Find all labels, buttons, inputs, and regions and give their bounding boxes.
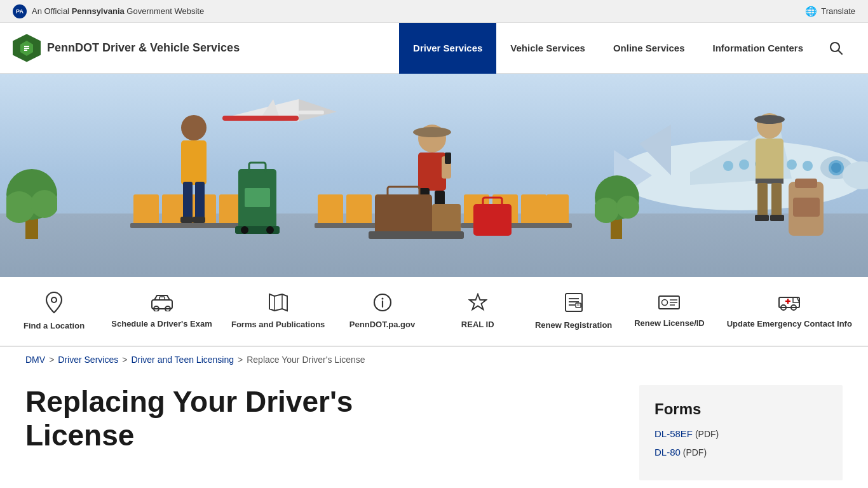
svg-rect-55 bbox=[245, 188, 270, 207]
svg-rect-77 bbox=[755, 215, 769, 221]
svg-point-101 bbox=[662, 299, 668, 305]
svg-marker-87 bbox=[269, 294, 287, 311]
breadcrumb-driver-services[interactable]: Driver Services bbox=[58, 355, 118, 365]
registration-doc-icon bbox=[564, 292, 583, 315]
quick-link-renew-reg[interactable]: Renew Registration bbox=[535, 292, 612, 331]
schedule-exam-label: Schedule a Driver's Exam bbox=[111, 319, 212, 330]
update-emergency-label: Update Emergency Contact Info bbox=[727, 319, 852, 330]
breadcrumb-teen-licensing[interactable]: Driver and Teen Licensing bbox=[131, 355, 234, 365]
find-location-label: Find a Location bbox=[24, 321, 85, 332]
pa-seal-icon: PA bbox=[13, 4, 27, 18]
person-left bbox=[172, 112, 216, 239]
svg-point-57 bbox=[413, 127, 451, 137]
dl-80-link[interactable]: DL-80 (PDF) bbox=[654, 447, 827, 458]
svg-rect-94 bbox=[566, 294, 582, 311]
svg-rect-49 bbox=[193, 217, 205, 223]
svg-rect-78 bbox=[770, 215, 784, 221]
quick-link-real-id[interactable]: REAL ID bbox=[440, 293, 516, 330]
svg-rect-73 bbox=[756, 139, 783, 183]
svg-rect-29 bbox=[133, 194, 159, 226]
logo-svg bbox=[18, 39, 36, 57]
state-name: Pennsylvania bbox=[72, 6, 125, 16]
svg-point-44 bbox=[181, 115, 207, 140]
car-icon bbox=[151, 294, 173, 314]
svg-marker-3 bbox=[299, 99, 337, 121]
renew-reg-label: Renew Registration bbox=[535, 320, 612, 331]
logo-area[interactable]: PennDOT Driver & Vehicle Services bbox=[13, 34, 399, 62]
breadcrumb-dmv[interactable]: DMV bbox=[25, 355, 45, 365]
globe-icon: 🌐 bbox=[805, 6, 817, 17]
tree-right bbox=[595, 163, 639, 239]
tree-left bbox=[6, 150, 57, 239]
main-content: Replacing Your Driver's License bbox=[25, 385, 614, 480]
breadcrumb-current-page: Replace Your Driver's License bbox=[247, 355, 365, 365]
quick-link-schedule-exam[interactable]: Schedule a Driver's Exam bbox=[111, 294, 212, 330]
hero-banner bbox=[0, 74, 868, 277]
svg-rect-46 bbox=[183, 182, 193, 220]
search-icon bbox=[829, 41, 843, 55]
small-airplane bbox=[222, 93, 337, 144]
svg-rect-75 bbox=[757, 183, 768, 218]
sidebar: Forms DL-58EF (PDF) DL-80 (PDF) bbox=[639, 385, 843, 480]
translate-button[interactable]: 🌐 Translate bbox=[805, 6, 855, 17]
real-id-label: REAL ID bbox=[461, 320, 494, 330]
ambulance-icon bbox=[778, 294, 801, 314]
forms-pubs-label: Forms and Publications bbox=[231, 320, 325, 330]
svg-point-12 bbox=[831, 163, 841, 173]
penndot-logo-icon bbox=[13, 34, 41, 62]
nav-vehicle-services[interactable]: Vehicle Services bbox=[496, 23, 599, 74]
svg-rect-76 bbox=[771, 183, 782, 218]
svg-rect-80 bbox=[795, 179, 817, 188]
quick-link-penndot-pa[interactable]: PennDOT.pa.gov bbox=[344, 293, 421, 330]
luggage-green bbox=[235, 156, 280, 239]
id-card-icon bbox=[658, 294, 680, 313]
svg-point-82 bbox=[51, 297, 57, 302]
svg-point-53 bbox=[241, 226, 248, 234]
breadcrumb-sep-3: > bbox=[238, 355, 243, 365]
svg-rect-6 bbox=[299, 111, 324, 114]
hero-background bbox=[0, 74, 868, 277]
luggage-brown bbox=[369, 175, 464, 239]
nav-driver-services[interactable]: Driver Services bbox=[399, 23, 496, 74]
svg-line-1 bbox=[839, 50, 843, 54]
forms-card: Forms DL-58EF (PDF) DL-80 (PDF) bbox=[639, 385, 843, 480]
location-icon bbox=[44, 292, 64, 316]
forms-title: Forms bbox=[654, 400, 827, 418]
svg-rect-34 bbox=[318, 194, 343, 226]
svg-point-28 bbox=[616, 196, 639, 219]
bag-red bbox=[470, 194, 515, 239]
quick-link-forms[interactable]: Forms and Publications bbox=[231, 293, 325, 330]
svg-rect-35 bbox=[346, 194, 372, 226]
quick-link-update-emergency[interactable]: Update Emergency Contact Info bbox=[727, 294, 852, 330]
breadcrumb-sep-2: > bbox=[122, 355, 127, 365]
svg-marker-93 bbox=[470, 294, 486, 309]
penndot-pa-label: PennDOT.pa.gov bbox=[349, 320, 415, 330]
quick-link-renew-license[interactable]: Renew License/ID bbox=[631, 294, 707, 329]
dl-58ef-link[interactable]: DL-58EF (PDF) bbox=[654, 428, 827, 439]
search-button[interactable] bbox=[817, 23, 855, 74]
official-text: An Official Pennsylvania Government Webs… bbox=[32, 6, 204, 16]
svg-rect-65 bbox=[375, 194, 432, 236]
page-title: Replacing Your Driver's License bbox=[25, 385, 614, 452]
nav-online-services[interactable]: Online Services bbox=[599, 23, 699, 74]
quick-link-find-location[interactable]: Find a Location bbox=[16, 292, 92, 332]
quick-links-bar: Find a Location Schedule a Driver's Exam… bbox=[0, 277, 868, 347]
svg-rect-47 bbox=[195, 182, 205, 220]
svg-rect-41 bbox=[521, 194, 546, 226]
svg-rect-86 bbox=[159, 297, 165, 300]
svg-rect-74 bbox=[756, 179, 783, 184]
content-area: Replacing Your Driver's License Forms DL… bbox=[0, 372, 868, 488]
star-icon bbox=[468, 293, 487, 315]
nav-information-centers[interactable]: Information Centers bbox=[698, 23, 817, 74]
main-nav: Driver Services Vehicle Services Online … bbox=[399, 23, 855, 74]
map-icon bbox=[268, 293, 288, 315]
top-bar: PA An Official Pennsylvania Government W… bbox=[0, 0, 868, 23]
svg-rect-68 bbox=[369, 231, 464, 239]
backpack-right bbox=[785, 175, 830, 239]
official-notice: PA An Official Pennsylvania Government W… bbox=[13, 4, 204, 18]
svg-point-24 bbox=[31, 190, 57, 218]
svg-rect-64 bbox=[445, 152, 451, 164]
logo-text[interactable]: PennDOT Driver & Vehicle Services bbox=[47, 41, 240, 55]
svg-rect-42 bbox=[546, 194, 569, 226]
svg-point-72 bbox=[754, 115, 785, 124]
